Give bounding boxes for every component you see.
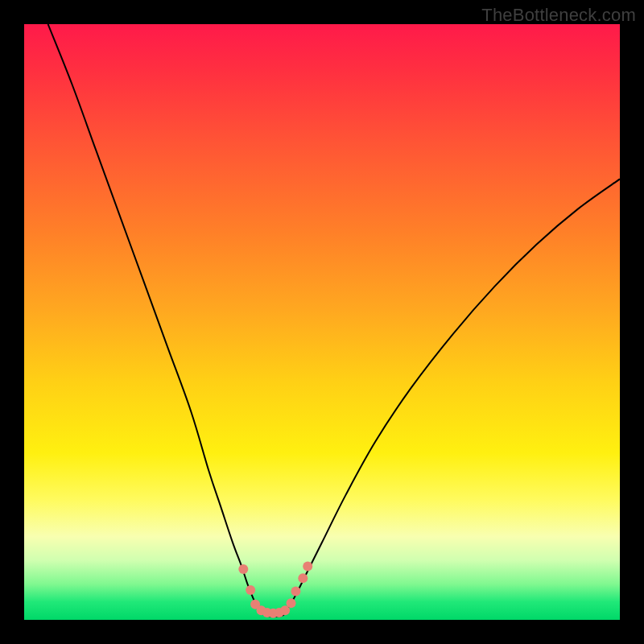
- left-curve: [48, 24, 260, 611]
- chart-stage: TheBottleneck.com: [0, 0, 644, 644]
- data-marker: [298, 573, 308, 583]
- plot-area: [24, 24, 620, 620]
- watermark-text: TheBottleneck.com: [481, 5, 636, 26]
- data-marker: [303, 561, 312, 571]
- chart-svg: [24, 24, 620, 620]
- data-marker: [246, 585, 255, 595]
- data-marker: [287, 598, 296, 608]
- right-curve: [287, 179, 620, 611]
- data-marker: [291, 586, 300, 596]
- marker-group: [238, 561, 312, 617]
- data-marker: [238, 564, 248, 574]
